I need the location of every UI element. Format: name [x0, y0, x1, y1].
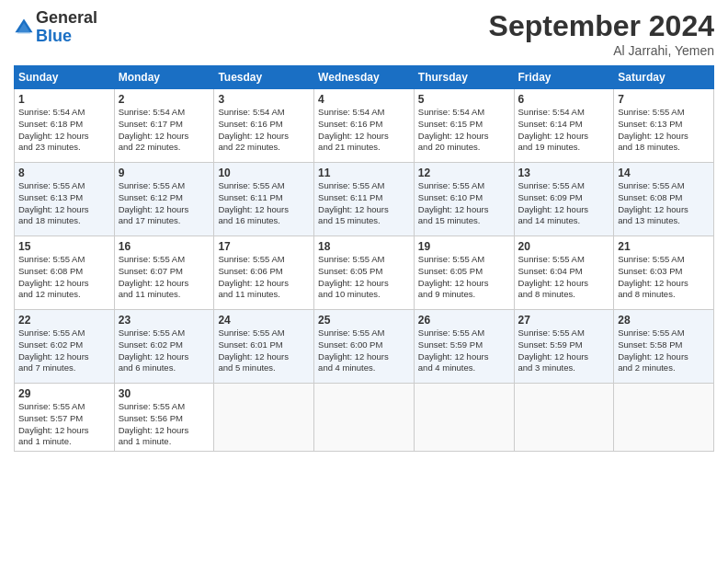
day-info: Sunrise: 5:55 AM Sunset: 6:13 PM Dayligh…: [618, 107, 710, 154]
weekday-header-row: Sunday Monday Tuesday Wednesday Thursday…: [15, 66, 714, 89]
day-info: Sunrise: 5:54 AM Sunset: 6:16 PM Dayligh…: [318, 107, 410, 154]
page: General Blue September 2024 Al Jarrahi, …: [0, 0, 728, 563]
table-row: 1Sunrise: 5:54 AM Sunset: 6:18 PM Daylig…: [15, 89, 115, 163]
header-wednesday: Wednesday: [314, 66, 415, 89]
day-info: Sunrise: 5:55 AM Sunset: 6:11 PM Dayligh…: [318, 180, 410, 227]
day-number: 5: [418, 93, 510, 106]
day-number: 27: [518, 314, 610, 327]
day-number: 25: [318, 314, 410, 327]
day-number: 1: [18, 93, 110, 106]
day-info: Sunrise: 5:55 AM Sunset: 6:09 PM Dayligh…: [518, 180, 610, 227]
day-info: Sunrise: 5:55 AM Sunset: 5:58 PM Dayligh…: [618, 327, 710, 374]
table-row: 19Sunrise: 5:55 AM Sunset: 6:05 PM Dayli…: [414, 236, 514, 310]
day-number: 30: [119, 387, 210, 400]
day-number: 28: [618, 314, 710, 327]
day-info: Sunrise: 5:54 AM Sunset: 6:16 PM Dayligh…: [218, 107, 310, 154]
day-info: Sunrise: 5:55 AM Sunset: 5:59 PM Dayligh…: [418, 327, 510, 374]
table-row: [514, 384, 614, 452]
header: General Blue September 2024 Al Jarrahi, …: [14, 9, 714, 58]
day-info: Sunrise: 5:55 AM Sunset: 6:07 PM Dayligh…: [119, 254, 210, 301]
table-row: 12Sunrise: 5:55 AM Sunset: 6:10 PM Dayli…: [414, 163, 514, 236]
header-tuesday: Tuesday: [214, 66, 314, 89]
day-info: Sunrise: 5:55 AM Sunset: 6:02 PM Dayligh…: [18, 327, 110, 374]
header-thursday: Thursday: [414, 66, 514, 89]
day-number: 3: [218, 93, 310, 106]
table-row: 25Sunrise: 5:55 AM Sunset: 6:00 PM Dayli…: [314, 310, 415, 384]
table-row: 28Sunrise: 5:55 AM Sunset: 5:58 PM Dayli…: [614, 310, 714, 384]
day-info: Sunrise: 5:54 AM Sunset: 6:14 PM Dayligh…: [518, 107, 610, 154]
table-row: 22Sunrise: 5:55 AM Sunset: 6:02 PM Dayli…: [15, 310, 115, 384]
day-number: 26: [418, 314, 510, 327]
month-title: September 2024: [489, 9, 714, 43]
table-row: 7Sunrise: 5:55 AM Sunset: 6:13 PM Daylig…: [614, 89, 714, 163]
table-row: 13Sunrise: 5:55 AM Sunset: 6:09 PM Dayli…: [514, 163, 614, 236]
day-number: 8: [18, 167, 110, 179]
table-row: 6Sunrise: 5:54 AM Sunset: 6:14 PM Daylig…: [514, 89, 614, 163]
day-number: 24: [218, 314, 310, 327]
table-row: 26Sunrise: 5:55 AM Sunset: 5:59 PM Dayli…: [414, 310, 514, 384]
day-info: Sunrise: 5:55 AM Sunset: 6:13 PM Dayligh…: [18, 180, 110, 227]
table-row: 24Sunrise: 5:55 AM Sunset: 6:01 PM Dayli…: [214, 310, 314, 384]
calendar-table: Sunday Monday Tuesday Wednesday Thursday…: [14, 65, 714, 452]
day-number: 10: [218, 167, 310, 179]
day-info: Sunrise: 5:55 AM Sunset: 6:10 PM Dayligh…: [418, 180, 510, 227]
table-row: 2Sunrise: 5:54 AM Sunset: 6:17 PM Daylig…: [114, 89, 214, 163]
logo-text-blue: Blue: [36, 28, 97, 46]
day-info: Sunrise: 5:55 AM Sunset: 5:56 PM Dayligh…: [119, 401, 210, 448]
logo-icon: [14, 17, 34, 38]
table-row: 17Sunrise: 5:55 AM Sunset: 6:06 PM Dayli…: [214, 236, 314, 310]
day-number: 7: [618, 93, 710, 106]
day-number: 29: [18, 387, 110, 400]
day-number: 19: [418, 240, 510, 253]
day-info: Sunrise: 5:55 AM Sunset: 6:11 PM Dayligh…: [218, 180, 310, 227]
table-row: 3Sunrise: 5:54 AM Sunset: 6:16 PM Daylig…: [214, 89, 314, 163]
day-number: 17: [218, 240, 310, 253]
header-friday: Friday: [514, 66, 614, 89]
day-info: Sunrise: 5:54 AM Sunset: 6:18 PM Dayligh…: [18, 107, 110, 154]
day-info: Sunrise: 5:55 AM Sunset: 6:08 PM Dayligh…: [18, 254, 110, 301]
day-info: Sunrise: 5:55 AM Sunset: 5:57 PM Dayligh…: [18, 401, 110, 448]
table-row: [614, 384, 714, 452]
logo: General Blue: [14, 9, 97, 46]
table-row: 18Sunrise: 5:55 AM Sunset: 6:05 PM Dayli…: [314, 236, 415, 310]
day-number: 9: [119, 167, 210, 179]
header-monday: Monday: [114, 66, 214, 89]
header-sunday: Sunday: [15, 66, 115, 89]
day-number: 22: [18, 314, 110, 327]
day-info: Sunrise: 5:54 AM Sunset: 6:17 PM Dayligh…: [119, 107, 210, 154]
day-number: 2: [119, 93, 210, 106]
day-number: 11: [318, 167, 410, 179]
table-row: 23Sunrise: 5:55 AM Sunset: 6:02 PM Dayli…: [114, 310, 214, 384]
day-info: Sunrise: 5:55 AM Sunset: 6:02 PM Dayligh…: [119, 327, 210, 374]
table-row: 20Sunrise: 5:55 AM Sunset: 6:04 PM Dayli…: [514, 236, 614, 310]
table-row: 14Sunrise: 5:55 AM Sunset: 6:08 PM Dayli…: [614, 163, 714, 236]
table-row: 8Sunrise: 5:55 AM Sunset: 6:13 PM Daylig…: [15, 163, 115, 236]
day-info: Sunrise: 5:55 AM Sunset: 6:08 PM Dayligh…: [618, 180, 710, 227]
day-info: Sunrise: 5:54 AM Sunset: 6:15 PM Dayligh…: [418, 107, 510, 154]
header-saturday: Saturday: [614, 66, 714, 89]
day-info: Sunrise: 5:55 AM Sunset: 6:05 PM Dayligh…: [318, 254, 410, 301]
day-info: Sunrise: 5:55 AM Sunset: 6:05 PM Dayligh…: [418, 254, 510, 301]
logo-text-general: General: [36, 8, 97, 27]
table-row: 9Sunrise: 5:55 AM Sunset: 6:12 PM Daylig…: [114, 163, 214, 236]
day-number: 23: [119, 314, 210, 327]
day-info: Sunrise: 5:55 AM Sunset: 6:06 PM Dayligh…: [218, 254, 310, 301]
table-row: 11Sunrise: 5:55 AM Sunset: 6:11 PM Dayli…: [314, 163, 415, 236]
table-row: 27Sunrise: 5:55 AM Sunset: 5:59 PM Dayli…: [514, 310, 614, 384]
day-number: 21: [618, 240, 710, 253]
table-row: 10Sunrise: 5:55 AM Sunset: 6:11 PM Dayli…: [214, 163, 314, 236]
day-number: 4: [318, 93, 410, 106]
table-row: [414, 384, 514, 452]
day-number: 20: [518, 240, 610, 253]
day-number: 14: [618, 167, 710, 179]
day-info: Sunrise: 5:55 AM Sunset: 6:01 PM Dayligh…: [218, 327, 310, 374]
day-info: Sunrise: 5:55 AM Sunset: 6:04 PM Dayligh…: [518, 254, 610, 301]
day-number: 16: [119, 240, 210, 253]
day-number: 18: [318, 240, 410, 253]
day-info: Sunrise: 5:55 AM Sunset: 6:12 PM Dayligh…: [119, 180, 210, 227]
table-row: 29Sunrise: 5:55 AM Sunset: 5:57 PM Dayli…: [15, 384, 115, 452]
table-row: 15Sunrise: 5:55 AM Sunset: 6:08 PM Dayli…: [15, 236, 115, 310]
table-row: 30Sunrise: 5:55 AM Sunset: 5:56 PM Dayli…: [114, 384, 214, 452]
day-number: 13: [518, 167, 610, 179]
table-row: 21Sunrise: 5:55 AM Sunset: 6:03 PM Dayli…: [614, 236, 714, 310]
